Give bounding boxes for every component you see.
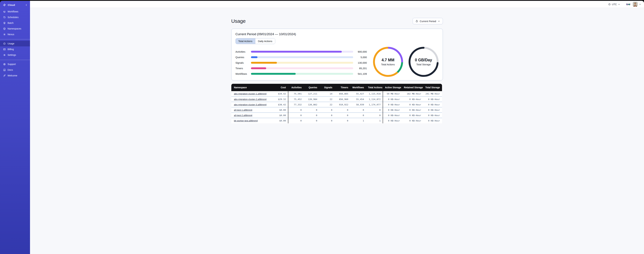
sidebar-item-label: Usage — [8, 42, 14, 45]
topbar: UTC — [30, 1, 322, 8]
sidebar-item-support[interactable]: Support — [0, 61, 30, 67]
signals-cell: 14 — [319, 91, 322, 96]
tab-total-actions[interactable]: Total Actions — [236, 38, 255, 44]
usage-charts: Activities 900,000Queries 5,000Signals 1… — [236, 47, 322, 77]
usage-icon — [3, 42, 6, 45]
sidebar-item-label: Welcome — [8, 74, 17, 77]
activities-cell: 0 — [288, 118, 304, 123]
bar-fill — [251, 67, 266, 69]
sidebar-item-welcome[interactable]: Welcome — [0, 73, 30, 78]
page-title: Usage — [231, 18, 246, 24]
card-title: Current Period (09/01/2024 — 10/01/2024) — [236, 32, 322, 36]
queries-cell: 0 — [304, 118, 319, 123]
nexus-icon — [3, 33, 6, 36]
namespace-link[interactable]: a0-test-1.a98mm4 — [234, 109, 252, 111]
cost-cell: $0.00 — [271, 107, 288, 112]
sidebar-nav: Workflows Schedules Batch Namespaces Nex… — [0, 8, 30, 80]
signals-cell: 22 — [319, 102, 322, 107]
sidebar-item-batch[interactable]: Batch — [0, 20, 30, 26]
sidebar-brand[interactable]: Cloud — [0, 1, 30, 8]
usage-bar-row-timers: Timers 85,201 — [236, 66, 322, 70]
signals-cell: 0 — [319, 118, 322, 123]
welcome-icon — [3, 74, 6, 77]
table-row: bk-worker-test.a98mm4$0.000000110 KB-Hou… — [231, 118, 322, 123]
sidebar-item-label: Schedules — [8, 16, 18, 18]
schedules-icon — [3, 16, 6, 19]
sidebar-item-label: Docs — [8, 68, 13, 71]
table-row: a0-test-2.a98mm4$0.000000000 KB-Hour0 KB… — [231, 112, 322, 118]
sidebar-group: Workflows Schedules Batch Namespaces Nex… — [0, 8, 30, 38]
sidebar-item-label: Settings — [8, 54, 16, 56]
column-header-cost: Cost — [271, 84, 288, 91]
tab-daily-actions[interactable]: Daily Actions — [255, 38, 275, 44]
bar-label: Timers — [236, 67, 251, 70]
settings-icon — [3, 54, 6, 56]
sidebar-item-docs[interactable]: Docs — [0, 67, 30, 73]
cost-cell: $29.32 — [271, 96, 288, 102]
column-header-signals: Signals — [319, 84, 322, 91]
workflows-icon — [3, 10, 6, 13]
bar-track — [251, 73, 322, 75]
sidebar-item-settings[interactable]: Settings — [0, 52, 30, 58]
namespace-link[interactable]: a0-test-2.a98mm4 — [234, 114, 252, 116]
table-row: a0-test-1.a98mm4$0.000000000 KB-Hour0 KB… — [231, 107, 322, 112]
bar-label: Workflows — [236, 72, 251, 75]
sidebar-item-label: Billing — [8, 48, 14, 50]
docs-icon — [3, 68, 6, 71]
temporal-cloud-logo-icon — [3, 3, 6, 6]
activities-cell: 75,501 — [288, 91, 304, 96]
batch-icon — [3, 22, 6, 24]
bar-track — [251, 51, 322, 52]
main-column: UTC — [30, 1, 322, 127]
signals-cell: 0 — [319, 112, 322, 118]
queries-cell: 0 — [304, 112, 319, 118]
namespace-usage-table: NamespaceCostActivitiesQueriesSignalsTim… — [231, 84, 322, 123]
bar-label: Activities — [236, 50, 251, 53]
namespaces-icon — [3, 27, 6, 30]
sidebar-item-usage[interactable]: Usage — [0, 41, 30, 46]
sidebar-item-namespaces[interactable]: Namespaces — [0, 26, 30, 32]
sidebar-item-billing[interactable]: Billing — [0, 46, 30, 52]
cost-cell: $34.42 — [271, 91, 288, 96]
table-row: abs-migration-cluster-1.a98mm4$34.4275,5… — [231, 91, 322, 96]
actions-view-tabs: Total Actions Daily Actions — [236, 38, 275, 44]
bar-track — [251, 56, 322, 58]
usage-bar-row-activities: Activities 900,000 — [236, 50, 322, 54]
queries-cell: 126,984 — [304, 96, 319, 102]
bar-fill — [251, 73, 296, 75]
sidebar-item-nexus[interactable]: Nexus — [0, 32, 30, 37]
sidebar: Cloud Workflows Schedules Batch Namespac… — [0, 1, 30, 127]
sidebar-item-workflows[interactable]: Workflows — [0, 9, 30, 14]
queries-cell: 127,211 — [304, 91, 319, 96]
table-row: abs-migration-cluster-3.a98mm4$38.4277,3… — [231, 102, 322, 107]
column-header-activities: Activities — [288, 84, 304, 91]
column-header-namespace: Namespace — [231, 84, 271, 91]
signals-cell: 0 — [319, 107, 322, 112]
billing-icon — [3, 48, 6, 51]
usage-bar-row-queries: Queries 5,000 — [236, 55, 322, 59]
app-window: Cloud Workflows Schedules Batch Namespac… — [0, 1, 322, 127]
collapse-sidebar-chevron-left-icon[interactable] — [25, 4, 28, 6]
namespace-link[interactable]: abs-migration-cluster-3.a98mm4 — [234, 104, 266, 106]
namespace-cell: a0-test-1.a98mm4 — [231, 107, 271, 112]
usage-bar-row-signals: Signals 130,000 — [236, 61, 322, 64]
sidebar-item-label: Batch — [8, 22, 14, 24]
sidebar-item-schedules[interactable]: Schedules — [0, 14, 30, 20]
sidebar-item-label: Workflows — [8, 10, 18, 13]
sidebar-item-label: Nexus — [8, 33, 14, 36]
usage-bars-chart: Activities 900,000Queries 5,000Signals 1… — [236, 50, 322, 76]
page-header: Usage Current Period — [231, 18, 322, 24]
namespace-link[interactable]: abs-migration-cluster-1.a98mm4 — [234, 92, 266, 95]
namespace-link[interactable]: abs-migration-cluster-2.a98mm4 — [234, 98, 266, 100]
namespace-cell: abs-migration-cluster-1.a98mm4 — [231, 91, 271, 96]
usage-bar-row-workflows: Workflows 541,109 — [236, 72, 322, 76]
queries-cell: 126,862 — [304, 102, 319, 107]
activities-cell: 0 — [288, 112, 304, 118]
bar-label: Signals — [236, 61, 251, 64]
bar-track — [251, 62, 322, 64]
current-period-card: Current Period (09/01/2024 — 10/01/2024)… — [231, 29, 322, 80]
queries-cell: 0 — [304, 107, 319, 112]
namespace-link[interactable]: bk-worker-test.a98mm4 — [234, 120, 258, 122]
namespace-cell: abs-migration-cluster-3.a98mm4 — [231, 102, 271, 107]
content-area: Usage Current Period Current Period (09/… — [30, 8, 322, 127]
